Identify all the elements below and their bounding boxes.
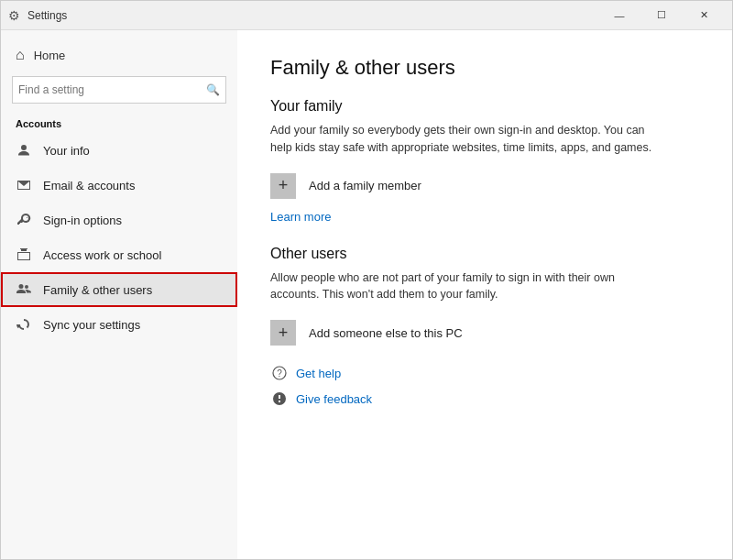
other-users-title: Other users bbox=[270, 246, 699, 262]
get-help-row[interactable]: ? Get help bbox=[270, 364, 699, 382]
main-content: Family & other users Your family Add you… bbox=[237, 30, 732, 559]
content-area: ⌂ Home 🔍 Accounts Your info bbox=[1, 30, 732, 559]
get-help-icon: ? bbox=[270, 364, 289, 382]
page-title: Family & other users bbox=[270, 56, 699, 80]
email-accounts-label: Email & accounts bbox=[43, 179, 135, 192]
settings-icon: ⚙ bbox=[8, 8, 20, 23]
home-icon: ⌂ bbox=[16, 47, 25, 63]
add-someone-label: Add someone else to this PC bbox=[309, 326, 463, 340]
email-icon bbox=[16, 177, 32, 193]
your-family-section: Your family Add your family so everybody… bbox=[270, 98, 699, 224]
add-family-member-label: Add a family member bbox=[309, 179, 421, 192]
users-icon bbox=[16, 281, 32, 298]
search-box[interactable]: 🔍 bbox=[12, 76, 226, 104]
person-icon bbox=[16, 142, 32, 159]
titlebar-controls: — ☐ ✕ bbox=[598, 1, 725, 30]
titlebar-left: ⚙ Settings bbox=[8, 8, 67, 23]
briefcase-icon bbox=[16, 247, 32, 263]
sync-icon bbox=[16, 316, 32, 333]
search-input[interactable] bbox=[18, 83, 206, 96]
sidebar-item-home[interactable]: ⌂ Home bbox=[1, 38, 237, 72]
titlebar: ⚙ Settings — ☐ ✕ bbox=[1, 1, 732, 30]
learn-more-link[interactable]: Learn more bbox=[270, 210, 699, 224]
sidebar-item-your-info[interactable]: Your info bbox=[1, 133, 237, 168]
key-icon bbox=[16, 212, 32, 228]
sidebar-item-work-school[interactable]: Access work or school bbox=[1, 237, 237, 272]
add-family-member-item[interactable]: + Add a family member bbox=[270, 173, 699, 199]
family-users-label: Family & other users bbox=[43, 283, 152, 297]
sidebar: ⌂ Home 🔍 Accounts Your info bbox=[1, 30, 237, 559]
other-users-desc: Allow people who are not part of your fa… bbox=[270, 269, 655, 304]
your-family-title: Your family bbox=[270, 98, 699, 115]
your-info-label: Your info bbox=[43, 144, 90, 158]
other-users-section: Other users Allow people who are not par… bbox=[270, 246, 699, 346]
feedback-icon bbox=[270, 390, 289, 408]
sidebar-home-label: Home bbox=[34, 49, 66, 62]
minimize-button[interactable]: — bbox=[598, 1, 640, 30]
your-family-desc: Add your family so everybody gets their … bbox=[270, 122, 655, 157]
add-someone-item[interactable]: + Add someone else to this PC bbox=[270, 320, 699, 346]
add-family-plus-icon: + bbox=[270, 173, 296, 199]
svg-text:?: ? bbox=[277, 368, 282, 379]
get-help-label: Get help bbox=[296, 367, 341, 380]
sidebar-item-family-users[interactable]: Family & other users bbox=[1, 272, 237, 307]
close-button[interactable]: ✕ bbox=[683, 1, 725, 30]
help-section: ? Get help Give feedback bbox=[270, 364, 699, 408]
sync-settings-label: Sync your settings bbox=[43, 318, 140, 332]
give-feedback-row[interactable]: Give feedback bbox=[270, 390, 699, 408]
accounts-section-label: Accounts bbox=[1, 113, 237, 133]
sign-in-label: Sign-in options bbox=[43, 214, 122, 227]
titlebar-title: Settings bbox=[27, 9, 67, 22]
add-someone-plus-icon: + bbox=[270, 320, 296, 346]
sidebar-item-sign-in[interactable]: Sign-in options bbox=[1, 203, 237, 237]
give-feedback-label: Give feedback bbox=[296, 392, 372, 406]
settings-window: ⚙ Settings — ☐ ✕ ⌂ Home 🔍 Accounts bbox=[0, 0, 733, 560]
maximize-button[interactable]: ☐ bbox=[640, 1, 683, 30]
search-icon: 🔍 bbox=[206, 83, 220, 96]
sidebar-item-sync-settings[interactable]: Sync your settings bbox=[1, 307, 237, 342]
sidebar-item-email-accounts[interactable]: Email & accounts bbox=[1, 168, 237, 203]
work-school-label: Access work or school bbox=[43, 248, 161, 262]
